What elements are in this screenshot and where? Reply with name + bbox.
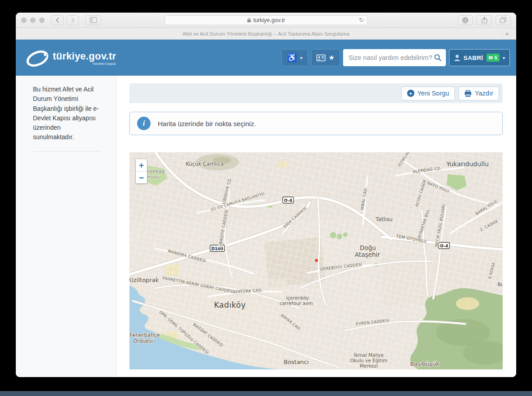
- browser-titlebar: turkiye.gov.tr ↻ ↓: [16, 13, 516, 28]
- share-icon: [482, 17, 487, 23]
- new-query-button[interactable]: + Yeni Sorgu: [401, 86, 455, 100]
- url-text: turkiye.gov.tr: [253, 17, 285, 23]
- road-shield: O-4: [283, 197, 294, 203]
- browser-window: turkiye.gov.tr ↻ ↓ Afet ve Acil Durum Yö…: [16, 13, 516, 377]
- tab-title[interactable]: Afet ve Acil Durum Yönetimi Başkanlığı –…: [183, 31, 349, 36]
- id-card-icon: [316, 55, 326, 61]
- messages-badge[interactable]: ✉ 5: [486, 54, 500, 62]
- refresh-icon[interactable]: ↻: [359, 17, 364, 23]
- map-label: Başıbüyük: [410, 360, 440, 367]
- plus-circle-icon: +: [407, 90, 414, 97]
- downloads-button[interactable]: ↓: [458, 15, 473, 25]
- info-icon: i: [137, 117, 151, 130]
- map-label: Ataşehir: [355, 251, 380, 258]
- svg-text:O-4: O-4: [440, 244, 448, 248]
- tab-bar: Afet ve Acil Durum Yönetimi Başkanlığı –…: [16, 28, 516, 40]
- left-sidebar: Bu hizmet Afet ve Acil Durum Yönetimi Ba…: [16, 76, 116, 377]
- map-label: Kadıköy: [214, 300, 246, 310]
- map-label: Bu: [498, 282, 503, 287]
- screen-bottom-strip: [0, 391, 532, 396]
- map-label: Merkezi: [360, 363, 378, 369]
- tabs-overview-button[interactable]: [495, 15, 511, 25]
- site-logo[interactable]: türkiye.gov.tr *Devletin Kısayolu: [25, 47, 116, 68]
- map-label: Küçük Çamlıca: [186, 161, 224, 167]
- user-icon: [454, 55, 460, 61]
- sidebar-divider: [33, 151, 101, 152]
- quick-access-button[interactable]: ★: [311, 49, 340, 66]
- lock-icon: [247, 18, 251, 23]
- message-count: 5: [495, 55, 497, 60]
- alert-message: Harita üzerinde bir nokta seçiniz.: [158, 120, 256, 127]
- sidebar-icon: [90, 17, 97, 23]
- map-image: O-4O-4D100 Küçük ÇamlıcaValidebağKorusuY…: [129, 152, 503, 369]
- chevron-right-icon: [71, 18, 75, 23]
- zoom-window-button[interactable]: [39, 18, 45, 23]
- action-toolbar: + Yeni Sorgu Yazdır: [129, 83, 503, 103]
- accessibility-button[interactable]: ♿ ▾: [281, 49, 308, 66]
- map-label: İkmal Maliye: [354, 352, 384, 358]
- map-label: carrefour avm: [280, 300, 313, 306]
- user-menu-button[interactable]: SABRİ ✉ 5 ▾: [449, 49, 510, 66]
- back-button[interactable]: [51, 15, 64, 25]
- window-controls: [21, 18, 45, 23]
- site-search: [343, 49, 446, 66]
- chevron-left-icon: [55, 18, 60, 23]
- zoom-out-button[interactable]: −: [136, 171, 147, 183]
- sidebar-toggle-button[interactable]: [85, 15, 101, 25]
- map-label: içerenköy: [286, 295, 309, 300]
- printer-icon: [464, 90, 472, 97]
- road-shield: O-4: [439, 242, 449, 249]
- logo-text: türkiye.gov.tr: [53, 51, 116, 61]
- site-header: türkiye.gov.tr *Devletin Kısayolu ♿ ▾ ★ …: [16, 40, 516, 76]
- new-query-label: Yeni Sorgu: [417, 90, 449, 97]
- map-label: Doğu: [360, 244, 376, 251]
- map-label: Bostancı: [284, 359, 309, 365]
- map-label: Okulu ve Eğitim: [350, 358, 387, 363]
- logo-swoosh-icon: [25, 47, 51, 68]
- envelope-icon: ✉: [489, 55, 493, 61]
- search-icon[interactable]: [434, 54, 441, 61]
- main-content: + Yeni Sorgu Yazdır i Harita üzerinde bi…: [116, 76, 516, 377]
- map-label: Orduevi: [133, 338, 153, 344]
- print-label: Yazdır: [475, 90, 493, 97]
- map-canvas[interactable]: O-4O-4D100 Küçük ÇamlıcaValidebağKorusuY…: [129, 152, 503, 369]
- new-tab-button[interactable]: +: [502, 30, 512, 37]
- search-input[interactable]: [349, 54, 434, 61]
- map-zoom-control: + −: [135, 159, 147, 184]
- close-window-button[interactable]: [21, 18, 27, 23]
- map-marker-dot: [315, 259, 318, 262]
- map-label: Yukarıdudullu: [446, 160, 489, 168]
- share-button[interactable]: [477, 15, 492, 25]
- zoom-in-button[interactable]: +: [136, 159, 147, 171]
- wheelchair-icon: ♿: [287, 53, 297, 63]
- address-bar[interactable]: turkiye.gov.tr ↻: [165, 15, 367, 25]
- logo-tagline: *Devletin Kısayolu: [53, 62, 116, 65]
- map-label: Kiziltoprak: [129, 277, 159, 283]
- info-alert: i Harita üzerinde bir nokta seçiniz.: [129, 112, 503, 135]
- map-label: Tatlısu: [375, 216, 393, 223]
- forward-button[interactable]: [66, 15, 79, 25]
- svg-text:O-4: O-4: [284, 198, 292, 203]
- chevron-down-icon: ▾: [300, 55, 303, 60]
- tabs-icon: [500, 17, 506, 23]
- download-icon: ↓: [462, 17, 468, 23]
- minimize-window-button[interactable]: [30, 18, 36, 23]
- user-name: SABRİ: [463, 55, 483, 61]
- print-button[interactable]: Yazdır: [459, 86, 499, 100]
- service-note: Bu hizmet Afet ve Acil Durum Yönetimi Ba…: [33, 85, 101, 142]
- map-label: Fenerbahçe: [129, 332, 160, 338]
- star-icon: ★: [329, 54, 335, 62]
- chevron-down-icon: ▾: [503, 55, 505, 60]
